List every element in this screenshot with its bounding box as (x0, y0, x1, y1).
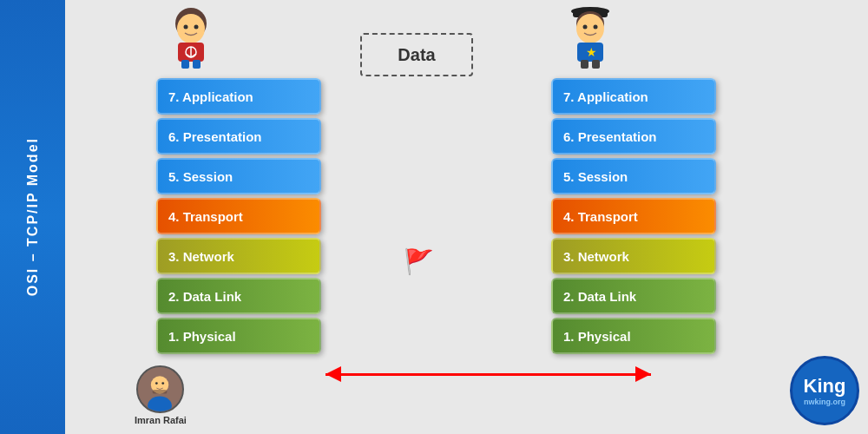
svg-point-1 (177, 14, 205, 43)
data-box: Data (360, 33, 473, 76)
left-layer-5: 5. Session (156, 158, 321, 194)
svg-point-3 (194, 25, 199, 30)
svg-point-2 (184, 25, 188, 30)
sidebar-title: OSI – TCP/IP Model (25, 137, 41, 296)
right-layers: 7. Application 6. Presentation 5. Sessio… (551, 78, 716, 354)
svg-rect-9 (181, 60, 189, 69)
left-layer-2: 2. Data Link (156, 278, 321, 314)
king-logo: King nwking.org (790, 356, 859, 425)
left-layer-1: 1. Physical (156, 318, 321, 354)
arrow-right-head (635, 366, 651, 382)
right-layer-6: 6. Presentation (551, 118, 716, 155)
avatar-name: Imran Rafai (135, 415, 187, 425)
physical-arrow (161, 356, 868, 399)
left-layer-7: 7. Application (156, 78, 321, 115)
character-left (161, 4, 221, 69)
avatar-icon (138, 365, 182, 413)
right-layer-4: 4. Transport (551, 198, 716, 234)
svg-point-16 (594, 25, 598, 30)
avatar-container: Imran Rafai (135, 365, 187, 425)
svg-rect-10 (193, 60, 201, 69)
svg-rect-19 (581, 60, 589, 69)
right-layer-7: 7. Application (551, 78, 716, 115)
svg-point-14 (576, 14, 604, 43)
character-right: ★ (560, 4, 621, 69)
left-layer-3: 3. Network (156, 238, 321, 274)
svg-rect-20 (592, 60, 600, 69)
main-content: ★ Data 7. Application 6. Presentation 5.… (65, 0, 868, 434)
sidebar: OSI – TCP/IP Model (0, 0, 65, 434)
svg-rect-26 (153, 390, 168, 394)
svg-text:★: ★ (586, 45, 597, 59)
character-left-icon (161, 4, 221, 69)
svg-point-25 (162, 382, 165, 385)
king-sub-label: nwking.org (804, 398, 845, 406)
right-layer-1: 1. Physical (551, 318, 716, 354)
svg-point-15 (583, 25, 588, 30)
right-layer-2: 2. Data Link (551, 278, 716, 314)
flag-decoration: 🚩 (404, 247, 434, 276)
character-right-icon: ★ (560, 4, 621, 69)
arrow-shaft (326, 373, 651, 376)
left-layers: 7. Application 6. Presentation 5. Sessio… (156, 78, 321, 354)
right-layer-5: 5. Session (551, 158, 716, 194)
avatar-image (136, 365, 184, 413)
left-layer-4: 4. Transport (156, 198, 321, 234)
right-layer-3: 3. Network (551, 238, 716, 274)
king-label: King (804, 375, 846, 398)
data-label: Data (398, 45, 435, 65)
svg-point-24 (155, 382, 158, 385)
left-layer-6: 6. Presentation (156, 118, 321, 155)
